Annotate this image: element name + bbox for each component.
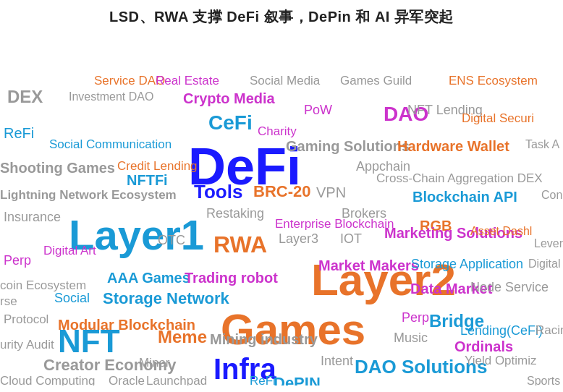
word-cloud-item[interactable]: Investment DAO (69, 90, 153, 103)
word-cloud-item[interactable]: Music (394, 331, 428, 346)
word-cloud-item[interactable]: Racing (536, 324, 563, 338)
word-cloud-item[interactable]: Creator Economy (43, 357, 176, 374)
word-cloud-item[interactable]: Perp (4, 254, 31, 268)
word-cloud-item[interactable]: Digital (528, 257, 560, 270)
word-cloud-item[interactable]: Lightning Network Ecosystem (0, 189, 177, 203)
word-cloud-item[interactable]: Digital Securi (462, 112, 534, 126)
word-cloud-item[interactable]: Levera (534, 237, 563, 250)
word-cloud-item[interactable]: Crypto Media (183, 90, 275, 106)
word-cloud-item[interactable]: Gaming Solutions (286, 138, 410, 154)
word-cloud-item[interactable]: Con (541, 189, 562, 202)
word-cloud-item[interactable]: PoW (304, 103, 332, 118)
word-cloud-item[interactable]: Storage Application (411, 257, 523, 272)
word-cloud-item[interactable]: Perp (402, 311, 429, 325)
word-cloud-item[interactable]: Real Estate (156, 74, 219, 88)
word-cloud-item[interactable]: Yield Optimiz (465, 354, 537, 368)
word-cloud-item[interactable]: Launchpad (146, 375, 207, 385)
word-cloud-item[interactable]: Social Media (250, 74, 320, 88)
word-cloud-item[interactable]: Trading robot (185, 270, 278, 286)
word-cloud-item[interactable]: Modular Blockchain (58, 317, 195, 333)
word-cloud-item[interactable]: Charity (258, 125, 297, 139)
word-cloud-item[interactable]: AAA Games (107, 270, 190, 286)
word-cloud-item[interactable]: ReFi (4, 125, 34, 141)
word-cloud-item[interactable]: Credit Lending (117, 160, 198, 174)
word-cloud-item[interactable]: urity Audit (0, 338, 54, 352)
word-cloud-item[interactable]: Market Makers (318, 257, 419, 273)
word-cloud-item[interactable]: Lending(CeFi) (460, 324, 543, 338)
page-title: LSD、RWA 支撑 DeFi 叙事，DePin 和 AI 异军突起 (0, 0, 563, 31)
word-cloud-item[interactable]: RWA (213, 232, 267, 257)
word-cloud: DeFiLayer1Layer2GamesNFTInfraAIPrivacyRW… (0, 31, 563, 385)
word-cloud-item[interactable]: Enterprise Blockchain (275, 218, 394, 231)
word-cloud-item[interactable]: ENS Ecosystem (449, 74, 538, 88)
word-cloud-item[interactable]: Oracle (109, 375, 145, 385)
word-cloud-item[interactable]: Sports P (527, 375, 563, 385)
word-cloud-item[interactable]: rse (0, 295, 17, 309)
word-cloud-item[interactable]: Shooting Games (0, 160, 115, 176)
word-cloud-item[interactable]: IOT (340, 232, 362, 247)
word-cloud-item[interactable]: Cross-Chain Aggregation DEX (376, 172, 543, 186)
word-cloud-item[interactable]: Task A (525, 138, 559, 151)
word-cloud-item[interactable]: Intent (321, 354, 353, 369)
word-cloud-item[interactable]: Blockchain API (412, 189, 517, 205)
word-cloud-item[interactable]: NFTFi (127, 172, 168, 188)
word-cloud-item[interactable]: Restaking (206, 207, 264, 221)
word-cloud-item[interactable]: coin Ecosystem (0, 279, 86, 293)
word-cloud-item[interactable]: Cloud Computing (0, 375, 95, 385)
word-cloud-item[interactable]: BRC-20 (253, 183, 310, 200)
word-cloud-item[interactable]: Games Guild (340, 74, 412, 88)
word-cloud-item[interactable]: OTC (158, 234, 185, 248)
word-cloud-item[interactable]: Social (54, 291, 90, 306)
word-cloud-item[interactable]: DEX (7, 88, 43, 106)
word-cloud-item[interactable]: Hardware Wallet (397, 138, 509, 154)
word-cloud-item[interactable]: Node Service (470, 281, 549, 295)
word-cloud-item[interactable]: CeFi (208, 112, 253, 135)
word-cloud-item[interactable]: Social Communication (49, 138, 172, 152)
word-cloud-item[interactable]: Digital Art (43, 244, 96, 258)
word-cloud-item[interactable]: VPN (316, 184, 346, 200)
word-cloud-item[interactable]: Insurance (4, 210, 61, 225)
word-cloud-item[interactable]: Service DAO (94, 74, 165, 88)
word-cloud-item[interactable]: Asset Dashl (470, 225, 532, 238)
word-cloud-item[interactable]: Layer3 (279, 232, 318, 247)
word-cloud-item[interactable]: Storage Network (103, 290, 229, 307)
word-cloud-item[interactable]: DePIN (274, 375, 321, 385)
word-cloud-item[interactable]: Ordinals (454, 338, 513, 354)
word-cloud-item[interactable]: ReFi (250, 375, 276, 385)
word-cloud-item[interactable]: Tools (194, 182, 242, 203)
word-cloud-item[interactable]: Protocol (4, 313, 48, 327)
word-cloud-item[interactable]: Mining industry (210, 331, 318, 347)
